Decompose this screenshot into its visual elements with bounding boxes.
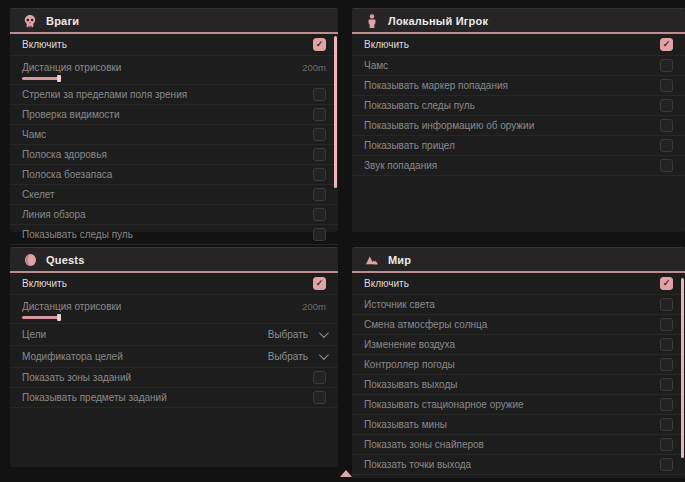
- row-label: Чамс: [22, 129, 46, 140]
- row-visibility-check[interactable]: Проверка видимости: [10, 105, 338, 125]
- checkbox[interactable]: [313, 108, 326, 121]
- row-exits[interactable]: Показывать выходы: [352, 375, 685, 395]
- row-label: Показывать мины: [364, 419, 447, 430]
- row-goal-modifiers-select[interactable]: Модификатора целей Выбрать: [10, 346, 338, 368]
- slider-handle[interactable]: [57, 75, 61, 82]
- row-crosshair[interactable]: Показывать прицел: [352, 136, 685, 156]
- checkbox[interactable]: [660, 378, 673, 391]
- checkbox[interactable]: [660, 358, 673, 371]
- row-line-of-sight[interactable]: Линия обзора: [10, 205, 338, 225]
- checkbox[interactable]: [313, 38, 326, 51]
- checkbox[interactable]: [313, 148, 326, 161]
- row-draw-distance[interactable]: Дистанция отрисовки 200m: [10, 295, 338, 324]
- row-light-source[interactable]: Источник света: [352, 295, 685, 315]
- checkbox[interactable]: [313, 128, 326, 141]
- row-enable[interactable]: Включить: [352, 273, 685, 295]
- checkbox[interactable]: [660, 119, 673, 132]
- checkbox[interactable]: [313, 208, 326, 221]
- row-label: Проверка видимости: [22, 109, 120, 120]
- checkbox[interactable]: [313, 228, 326, 241]
- panel-title: Quests: [46, 254, 85, 266]
- panel-world-header: Мир: [352, 248, 685, 273]
- checkbox[interactable]: [660, 298, 673, 311]
- checkbox[interactable]: [660, 418, 673, 431]
- row-skeleton[interactable]: Скелет: [10, 185, 338, 205]
- row-label: Включить: [22, 39, 67, 50]
- panel-quests: Quests Включить Дистанция отрисовки 200m…: [10, 247, 338, 467]
- goal-modifiers-dropdown[interactable]: Выбрать: [268, 351, 326, 362]
- row-label: Изменение воздуха: [364, 339, 455, 350]
- checkbox[interactable]: [660, 277, 673, 290]
- row-enable[interactable]: Включить: [352, 34, 685, 56]
- row-bullet-traces[interactable]: Показывать следы пуль: [10, 225, 338, 245]
- checkbox[interactable]: [660, 458, 673, 471]
- row-goals-select[interactable]: Цели Выбрать: [10, 324, 338, 346]
- row-label: Показать зоны снайперов: [364, 439, 484, 450]
- checkbox[interactable]: [313, 277, 326, 290]
- slider-track[interactable]: [22, 77, 326, 80]
- row-quest-zones[interactable]: Показать зоны заданий: [10, 368, 338, 388]
- row-chams[interactable]: Чамс: [352, 56, 685, 76]
- row-sniper-zones[interactable]: Показать зоны снайперов: [352, 435, 685, 455]
- goals-dropdown[interactable]: Выбрать: [268, 329, 326, 340]
- checkbox[interactable]: [313, 391, 326, 404]
- checkbox[interactable]: [313, 88, 326, 101]
- row-label: Контроллер погоды: [364, 359, 455, 370]
- scrollbar[interactable]: [681, 278, 684, 458]
- row-mines[interactable]: Показывать мины: [352, 415, 685, 435]
- skull-icon: [23, 14, 37, 28]
- slider-handle[interactable]: [57, 314, 61, 321]
- row-hit-sound[interactable]: Звук попадания: [352, 156, 685, 176]
- checkbox[interactable]: [313, 188, 326, 201]
- row-enable[interactable]: Включить: [10, 273, 338, 295]
- panel-quests-header: Quests: [10, 248, 338, 273]
- world-rows: Включить Источник света Смена атмосферы …: [352, 273, 685, 482]
- row-draw-distance[interactable]: Дистанция отрисовки 200m: [10, 56, 338, 85]
- row-label: Стрелки за пределами поля зрения: [22, 89, 187, 100]
- row-weapon-info[interactable]: Показывать информацию об оружии: [352, 116, 685, 136]
- row-enable[interactable]: Включить: [10, 34, 338, 56]
- row-label: Смена атмосферы солнца: [364, 319, 487, 330]
- row-label: Звук попадания: [364, 160, 437, 171]
- checkbox[interactable]: [660, 59, 673, 72]
- row-label: Включить: [22, 278, 67, 289]
- row-hit-marker[interactable]: Показывать маркер попадания: [352, 76, 685, 96]
- row-label: Дистанция отрисовки: [22, 301, 121, 312]
- chevron-down-icon: [319, 328, 329, 338]
- row-label: Показать зоны заданий: [22, 372, 131, 383]
- row-stationary-weapons[interactable]: Показывать стационарное оружие: [352, 395, 685, 415]
- row-air-change[interactable]: Изменение воздуха: [352, 335, 685, 355]
- checkbox[interactable]: [660, 79, 673, 92]
- local-player-rows: Включить Чамс Показывать маркер попадани…: [352, 34, 685, 176]
- checkbox[interactable]: [660, 159, 673, 172]
- row-exit-points[interactable]: Показать точки выхода: [352, 455, 685, 475]
- checkbox[interactable]: [660, 38, 673, 51]
- row-weather-controller[interactable]: Контроллер погоды: [352, 355, 685, 375]
- row-offscreen-arrows[interactable]: Стрелки за пределами поля зрения: [10, 85, 338, 105]
- row-label: Модификатора целей: [22, 351, 123, 362]
- quest-icon: [23, 253, 37, 267]
- scrollbar[interactable]: [334, 36, 337, 188]
- row-label: Показывать стационарное оружие: [364, 399, 524, 410]
- row-label: Полоска боезапаса: [22, 169, 112, 180]
- resize-triangle-icon[interactable]: [340, 470, 352, 477]
- row-bullet-traces[interactable]: Показывать следы пуль: [352, 96, 685, 116]
- checkbox[interactable]: [660, 438, 673, 451]
- checkbox[interactable]: [660, 338, 673, 351]
- slider-track[interactable]: [22, 316, 326, 319]
- checkbox[interactable]: [660, 99, 673, 112]
- row-quest-items[interactable]: Показывать предметы заданий: [10, 388, 338, 408]
- row-sun-atmosphere[interactable]: Смена атмосферы солнца: [352, 315, 685, 335]
- row-label: Показывать информацию об оружии: [364, 120, 534, 131]
- checkbox[interactable]: [313, 168, 326, 181]
- checkbox[interactable]: [313, 371, 326, 384]
- row-chams[interactable]: Чамс: [10, 125, 338, 145]
- checkbox[interactable]: [660, 139, 673, 152]
- checkbox[interactable]: [660, 318, 673, 331]
- checkbox[interactable]: [660, 398, 673, 411]
- row-ammo-bar[interactable]: Полоска боезапаса: [10, 165, 338, 185]
- row-label: Чамс: [364, 60, 388, 71]
- row-health-bar[interactable]: Полоска здоровья: [10, 145, 338, 165]
- row-label: Показать точки выхода: [364, 459, 471, 470]
- chevron-down-icon: [319, 350, 329, 360]
